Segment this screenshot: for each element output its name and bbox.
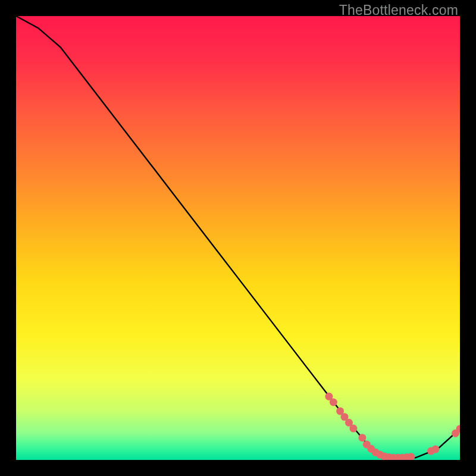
marker-dot [349, 425, 357, 433]
plot-svg [16, 16, 460, 460]
watermark-text: TheBottleneck.com [339, 2, 458, 18]
gradient-bg [16, 16, 460, 460]
chart-stage: TheBottleneck.com [0, 0, 476, 476]
plot-area [16, 16, 460, 460]
marker-dot [431, 446, 439, 453]
marker-dot [330, 399, 337, 406]
marker-dot [358, 434, 366, 441]
